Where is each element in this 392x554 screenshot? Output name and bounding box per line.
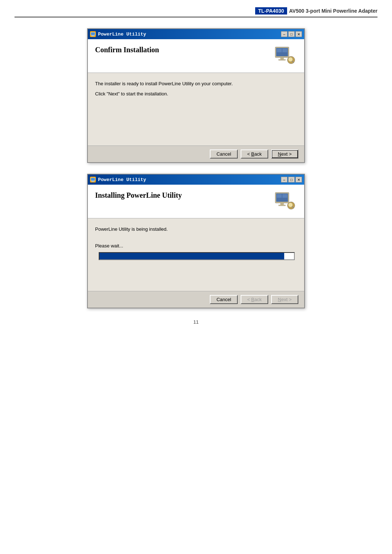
svg-rect-20: [279, 205, 286, 206]
dialog1-icon: [274, 46, 297, 66]
progress-bar-fill: [99, 253, 284, 259]
dialog1-heading: Confirm Installation: [95, 46, 159, 54]
dialog1-body-line2: Click "Next" to start the installation.: [95, 90, 297, 98]
svg-rect-12: [91, 178, 95, 181]
dialog1-body-line1: The installer is ready to install PowerL…: [95, 80, 297, 87]
dialog2-body-line1: PowerLine Utility is being installed.: [95, 226, 297, 233]
page-number: 11: [15, 319, 377, 325]
svg-rect-18: [282, 194, 287, 198]
dialog1-title: PowerLine Utility: [90, 31, 146, 37]
page-header: TL-PA4030 AV500 3-port Mini Powerline Ad…: [15, 7, 377, 17]
dialog2-minimize-button[interactable]: –: [281, 177, 287, 182]
close-button[interactable]: ✕: [295, 31, 302, 37]
dialog2-restore-button[interactable]: □: [288, 177, 295, 182]
product-label: AV500 3-port Mini Powerline Adapter: [289, 8, 378, 14]
svg-rect-6: [282, 49, 287, 52]
dialog2-next-button: Next >: [271, 295, 298, 304]
dialog2-footer: Cancel < Back Next >: [88, 291, 304, 308]
svg-rect-1: [92, 35, 94, 36]
dialog2-heading: Installing PowerLine Utility: [95, 191, 182, 200]
svg-rect-14: [91, 181, 95, 182]
svg-point-10: [288, 57, 293, 62]
svg-rect-19: [281, 203, 284, 205]
dialog1-titlebar-buttons: – □ ✕: [281, 31, 302, 37]
svg-rect-2: [91, 36, 95, 36]
confirm-installation-dialog: PowerLine Utility – □ ✕ Confirm Installa…: [87, 28, 305, 163]
dialog2-titlebar-buttons: – □ ✕: [281, 177, 302, 182]
dialog1-cancel-button[interactable]: Cancel: [210, 149, 237, 159]
minimize-button[interactable]: –: [281, 31, 287, 37]
dialog2-header-area: Installing PowerLine Utility: [88, 185, 304, 218]
svg-rect-7: [281, 58, 284, 59]
dialog1-body: The installer is ready to install PowerL…: [88, 73, 304, 145]
svg-rect-5: [277, 49, 282, 52]
dialog2-icon: [274, 191, 297, 212]
installing-dialog: PowerLine Utility – □ ✕ Installing Power…: [87, 174, 305, 308]
dialog1-footer: Cancel < Back Next >: [88, 145, 304, 162]
dialog1-titlebar: PowerLine Utility – □ ✕: [88, 29, 304, 39]
restore-button[interactable]: □: [288, 31, 295, 37]
dialog2-back-button: < Back: [241, 295, 268, 304]
dialog2-titlebar: PowerLine Utility – □ ✕: [88, 175, 304, 185]
dialog2-cancel-button[interactable]: Cancel: [210, 295, 237, 304]
dialog1-back-button[interactable]: < Back: [241, 149, 268, 159]
dialog1-header-area: Confirm Installation: [88, 39, 304, 73]
dialog1-app-icon: [90, 31, 96, 37]
svg-rect-0: [91, 32, 95, 35]
svg-point-22: [288, 203, 293, 207]
dialog2-close-button[interactable]: ✕: [295, 177, 302, 182]
model-label: TL-PA4030: [255, 7, 287, 15]
dialog2-title: PowerLine Utility: [90, 177, 146, 182]
svg-rect-8: [279, 59, 286, 61]
dialog2-body: PowerLine Utility is being installed. Pl…: [88, 218, 304, 291]
svg-rect-17: [277, 194, 282, 198]
dialog1-next-button[interactable]: Next >: [271, 149, 298, 159]
svg-rect-13: [92, 181, 94, 181]
progress-bar-container: [99, 252, 295, 260]
dialog2-body-line2: Please wait...: [95, 242, 297, 250]
dialog2-app-icon: [90, 177, 96, 182]
